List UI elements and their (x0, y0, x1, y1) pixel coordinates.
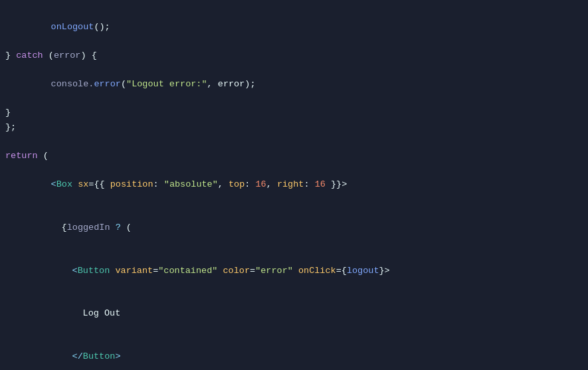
code-line-1: onLogout(); (0, 5, 588, 48)
code-editor: onLogout(); } catch (error) { console.er… (0, 3, 588, 367)
token-catch: catch (16, 48, 43, 63)
code-line-6 (0, 134, 588, 149)
code-line-10: <Button variant="contained" color="error… (0, 249, 588, 292)
code-line-8: <Box sx={{ position: "absolute", top: 16… (0, 163, 588, 207)
code-line-12: </Button> (0, 335, 588, 367)
code-line-4: } (0, 106, 588, 120)
code-line-9: {loggedIn ? ( (0, 206, 588, 249)
code-line-3: console.error("Logout error:", error); (0, 62, 588, 106)
code-line-5: }; (0, 120, 588, 135)
code-line-2: } catch (error) { (0, 48, 588, 63)
code-line-7: return ( (0, 149, 588, 163)
code-line-11: Log Out (0, 292, 588, 335)
token-onlogout: onLogout (51, 22, 94, 32)
